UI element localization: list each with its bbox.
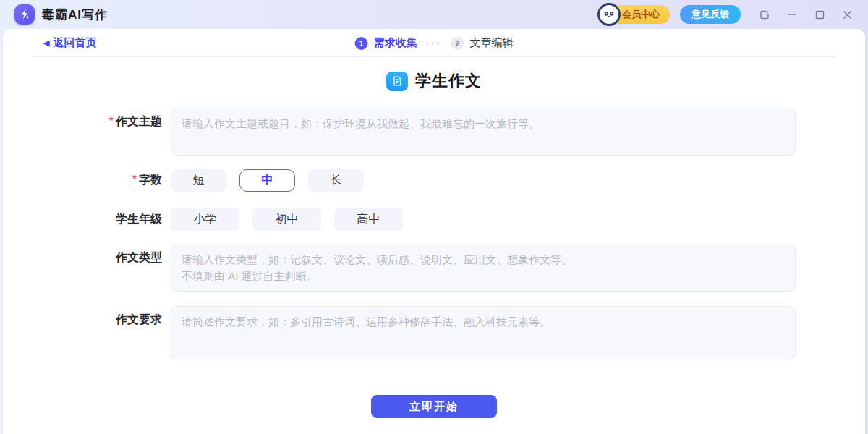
document-icon bbox=[386, 72, 408, 91]
length-row: *字数 短 中 长 bbox=[3, 169, 865, 192]
length-option-medium[interactable]: 中 bbox=[239, 169, 295, 192]
requirements-label: 作文要求 bbox=[3, 306, 162, 359]
window-controls bbox=[758, 8, 858, 21]
type-label: 作文类型 bbox=[3, 244, 162, 292]
feedback-label: 意见反馈 bbox=[692, 8, 729, 21]
required-mark: * bbox=[109, 115, 114, 127]
new-window-icon[interactable] bbox=[758, 8, 771, 21]
back-home-label: 返回首页 bbox=[53, 36, 96, 50]
requirements-input[interactable] bbox=[171, 306, 796, 359]
feedback-button[interactable]: 意见反馈 bbox=[680, 5, 741, 24]
length-option-long[interactable]: 长 bbox=[308, 169, 364, 192]
topic-input[interactable] bbox=[171, 108, 796, 156]
step-1-label: 需求收集 bbox=[374, 36, 417, 50]
step-2-label: 文章编辑 bbox=[470, 36, 514, 50]
app-title: 毒霸AI写作 bbox=[42, 7, 108, 23]
topic-row: *作文主题 bbox=[3, 108, 865, 156]
nav-row: ◀ 返回首页 1 需求收集 ··· 2 文章编辑 bbox=[3, 29, 865, 57]
titlebar: 毒霸AI写作 会员中心 意见反馈 bbox=[0, 0, 868, 29]
page-heading: 学生作文 bbox=[3, 69, 865, 93]
length-option-short[interactable]: 短 bbox=[171, 169, 226, 192]
grade-options: 小学 初中 高中 bbox=[171, 208, 796, 231]
step-requirements: 1 需求收集 bbox=[355, 36, 417, 50]
length-label: *字数 bbox=[3, 173, 162, 188]
step-2-badge: 2 bbox=[451, 37, 464, 50]
step-indicator: 1 需求收集 ··· 2 文章编辑 bbox=[355, 29, 514, 57]
maximize-icon[interactable] bbox=[813, 8, 826, 21]
essay-form: *作文主题 *字数 短 中 长 学生年级 小学 初中 高中 bbox=[3, 108, 865, 418]
step-article-edit: 2 文章编辑 bbox=[451, 36, 514, 50]
main-panel: ◀ 返回首页 1 需求收集 ··· 2 文章编辑 学生作文 bbox=[3, 29, 865, 434]
topic-label: *作文主题 bbox=[3, 108, 162, 156]
grade-row: 学生年级 小学 初中 高中 bbox=[3, 208, 865, 231]
grade-option-junior[interactable]: 初中 bbox=[252, 208, 321, 231]
grade-option-senior[interactable]: 高中 bbox=[334, 208, 403, 231]
step-dots: ··· bbox=[426, 38, 443, 49]
type-row: 作文类型 bbox=[3, 244, 865, 292]
type-input[interactable] bbox=[171, 244, 796, 292]
required-mark: * bbox=[132, 174, 137, 186]
close-icon[interactable] bbox=[841, 8, 854, 21]
page-title: 学生作文 bbox=[415, 70, 482, 92]
grade-option-primary[interactable]: 小学 bbox=[171, 208, 239, 231]
member-center-label: 会员中心 bbox=[622, 8, 660, 21]
submit-row: 立即开始 bbox=[3, 395, 865, 418]
back-home-link[interactable]: ◀ 返回首页 bbox=[43, 36, 96, 50]
step-1-badge: 1 bbox=[355, 37, 368, 50]
length-options: 短 中 长 bbox=[171, 169, 796, 192]
minimize-icon[interactable] bbox=[786, 8, 799, 21]
requirements-row: 作文要求 bbox=[3, 306, 865, 359]
start-button[interactable]: 立即开始 bbox=[371, 395, 497, 418]
app-logo-icon bbox=[14, 4, 35, 25]
member-avatar bbox=[597, 3, 621, 26]
grade-label: 学生年级 bbox=[3, 212, 162, 227]
member-center-button[interactable]: 会员中心 bbox=[600, 5, 670, 24]
back-arrow-icon: ◀ bbox=[43, 39, 49, 47]
